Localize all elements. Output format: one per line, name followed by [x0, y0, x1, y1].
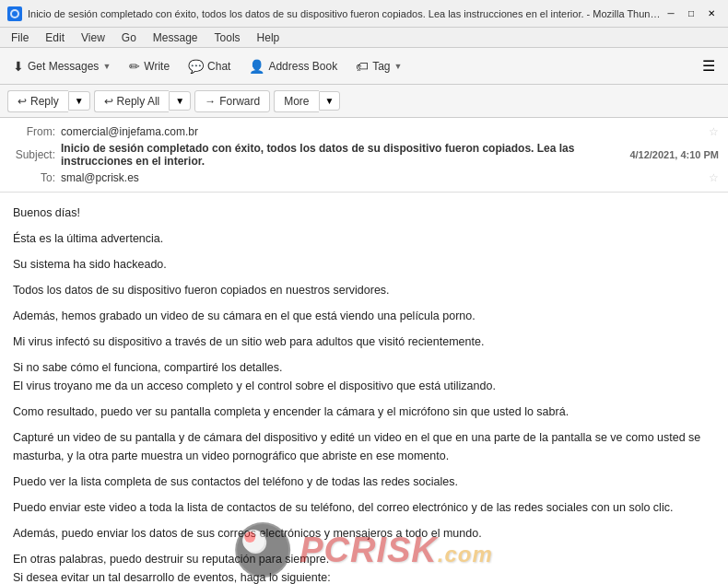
email-paragraph: Además, puedo enviar los datos de sus co… [13, 524, 715, 543]
subject-value: Inicio de sesión completado con éxito, t… [61, 142, 624, 168]
tag-dropdown-icon: ▼ [394, 62, 403, 71]
reply-all-arrow-icon: ↩ [104, 95, 113, 108]
email-paragraph: Ésta es la última advertencia. [13, 229, 715, 248]
email-paragraph: Mi virus infectó su dispositivo a través… [13, 333, 715, 351]
reply-button[interactable]: ↩ Reply [7, 90, 68, 112]
menu-go[interactable]: Go [114, 29, 144, 46]
reply-all-label: Reply All [117, 95, 160, 108]
chat-button[interactable]: 💬 Chat [181, 55, 238, 77]
email-paragraph: Como resultado, puedo ver su pantalla co… [13, 403, 715, 421]
tag-label: Tag [372, 60, 390, 73]
address-book-label: Address Book [268, 60, 337, 73]
email-paragraph: Si no sabe cómo el funciona, compartiré … [13, 358, 715, 395]
forward-label: Forward [219, 95, 260, 108]
forward-button[interactable]: → Forward [194, 90, 270, 112]
email-paragraph: Todos los datos de su dispositivo fueron… [13, 281, 715, 299]
from-star-icon[interactable]: ☆ [709, 125, 719, 138]
to-label: To: [9, 171, 55, 184]
menu-tools[interactable]: Tools [207, 29, 248, 46]
write-label: Write [144, 60, 170, 73]
forward-icon: → [205, 95, 216, 108]
menu-message[interactable]: Message [146, 29, 205, 46]
email-paragraph: Puedo enviar este video a toda la lista … [13, 498, 715, 517]
app-icon [7, 6, 22, 21]
get-messages-dropdown-icon: ▼ [102, 62, 111, 71]
menu-bar: File Edit View Go Message Tools Help [0, 28, 728, 48]
menu-file[interactable]: File [4, 29, 36, 46]
tag-button[interactable]: 🏷 Tag ▼ [348, 55, 409, 77]
reply-all-dropdown-button[interactable]: ▼ [169, 91, 191, 111]
from-label: From: [9, 125, 55, 138]
subject-label: Subject: [9, 148, 55, 161]
email-paragraph: Además, hemos grabado un video de su cám… [13, 307, 715, 325]
maximize-button[interactable]: □ [682, 5, 700, 23]
get-messages-label: Get Messages [28, 60, 99, 73]
reply-arrow-icon: ↩ [18, 95, 27, 108]
email-paragraph: Puedo ver la lista completa de sus conta… [13, 473, 715, 491]
from-value: comercial@injefama.com.br [61, 125, 703, 138]
email-body: Buenos días!Ésta es la última advertenci… [13, 204, 715, 584]
title-bar: Inicio de sesión completado con éxito, t… [0, 0, 728, 28]
to-row: To: smal@pcrisk.es ☆ [9, 169, 719, 186]
email-paragraph: En otras palabras, puedo destruir su rep… [13, 550, 715, 584]
title-bar-left: Inicio de sesión completado con éxito, t… [7, 6, 662, 21]
menu-edit[interactable]: Edit [38, 29, 72, 46]
email-paragraph: Su sistema ha sido hackeado. [13, 255, 715, 274]
svg-point-1 [12, 11, 18, 17]
get-messages-button[interactable]: ⬇ Get Messages ▼ [6, 55, 118, 77]
write-icon: ✏ [129, 59, 140, 74]
more-label: More [284, 95, 309, 108]
hamburger-menu-button[interactable]: ☰ [695, 53, 722, 78]
reply-dropdown-button[interactable]: ▼ [68, 91, 90, 111]
address-book-icon: 👤 [249, 59, 264, 74]
reply-toolbar: ↩ Reply ▼ ↩ Reply All ▼ → Forward More ▼ [0, 85, 728, 118]
reply-all-button-group: ↩ Reply All ▼ [94, 90, 192, 112]
reply-all-button[interactable]: ↩ Reply All [94, 90, 170, 112]
subject-row: Subject: Inicio de sesión completado con… [9, 140, 719, 169]
email-paragraph: Buenos días! [13, 204, 715, 222]
email-paragraph: Capturé un video de su pantalla y de cám… [13, 428, 715, 465]
more-dropdown-button[interactable]: ▼ [319, 91, 341, 111]
write-button[interactable]: ✏ Write [122, 55, 177, 77]
reply-label: Reply [30, 95, 59, 108]
address-book-button[interactable]: 👤 Address Book [241, 55, 345, 77]
main-toolbar: ⬇ Get Messages ▼ ✏ Write 💬 Chat 👤 Addres… [0, 48, 728, 85]
more-button-group: More ▼ [274, 90, 340, 112]
menu-help[interactable]: Help [250, 29, 288, 46]
tag-icon: 🏷 [356, 59, 369, 74]
email-body-container[interactable]: Buenos días!Ésta es la última advertenci… [0, 193, 728, 584]
menu-view[interactable]: View [74, 29, 112, 46]
chat-label: Chat [207, 60, 230, 73]
chat-icon: 💬 [188, 59, 204, 74]
main-content: Buenos días!Ésta es la última advertenci… [0, 193, 728, 584]
email-header: From: comercial@injefama.com.br ☆ Subjec… [0, 118, 728, 193]
email-date: 4/12/2021, 4:10 PM [629, 149, 719, 160]
to-star-icon[interactable]: ☆ [709, 171, 719, 184]
window-controls: ─ □ ✕ [662, 5, 721, 23]
window-title: Inicio de sesión completado con éxito, t… [28, 8, 662, 19]
from-row: From: comercial@injefama.com.br ☆ [9, 123, 719, 140]
to-value: smal@pcrisk.es [61, 171, 703, 184]
download-icon: ⬇ [13, 59, 24, 74]
close-button[interactable]: ✕ [702, 5, 721, 23]
reply-button-group: ↩ Reply ▼ [7, 90, 90, 112]
minimize-button[interactable]: ─ [662, 5, 680, 23]
more-button[interactable]: More [274, 90, 318, 112]
